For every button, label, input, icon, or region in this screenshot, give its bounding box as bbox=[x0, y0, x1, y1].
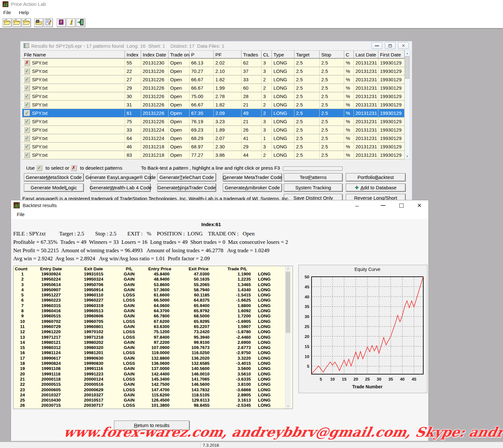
results-restore-button[interactable] bbox=[385, 42, 395, 49]
trade-cell: LONG bbox=[255, 403, 288, 408]
toolbar-folder-report-button[interactable] bbox=[34, 18, 43, 27]
backtest-minimize-button[interactable] bbox=[376, 202, 390, 209]
check-icon[interactable]: ✓ bbox=[24, 68, 30, 74]
generate-metastock-code-button[interactable]: Generate MetaStock Code bbox=[24, 173, 84, 181]
trade-row[interactable]: 71996031519960319GAIN64.060065.94001.880… bbox=[14, 303, 293, 308]
trade-row[interactable]: 141998012119980202GAIN97.220099.91002.69… bbox=[14, 340, 293, 345]
scroll-up-icon[interactable]: ▲ bbox=[405, 51, 410, 56]
table-row[interactable]: ✓SPY.txt2220131226Open70.272.10373LONG2.… bbox=[22, 67, 410, 75]
results-close-button[interactable]: ✕ bbox=[398, 42, 409, 49]
trade-row[interactable]: 201999111819991223GAIN142.4400146.00103.… bbox=[14, 372, 293, 377]
table-row[interactable]: ✓SPY.txt4620131218Open68.972.30293LONG2.… bbox=[22, 143, 410, 151]
trade-row[interactable]: 212000011820000124LOSS145.3400141.7065-3… bbox=[14, 377, 293, 382]
table-row[interactable]: ✓SPY.txt3320131224Open69.231.89263LONG2.… bbox=[22, 126, 410, 134]
trades-list-scrollbar[interactable]: ∧ ∨ bbox=[285, 266, 291, 409]
trade-cell: 16 bbox=[14, 350, 31, 355]
table-row[interactable]: ✓SPY.txt3020131226Open75.002.78283LONG2.… bbox=[22, 92, 410, 101]
trade-cell: 65.9792 bbox=[178, 308, 219, 314]
patterns-table-scrollbar[interactable]: ▲ ▼ bbox=[405, 50, 410, 159]
generate-metatrader-code-button[interactable]: Generate MetaTrader Code bbox=[223, 173, 282, 181]
backtest-maximize-button[interactable] bbox=[394, 202, 408, 209]
table-row[interactable]: ✓SPY.txt2920131226Open66.671.99602LONG2.… bbox=[22, 84, 410, 92]
check-icon[interactable]: ✓ bbox=[24, 93, 30, 99]
check-icon[interactable]: ✓ bbox=[24, 127, 30, 133]
check-icon[interactable]: ✓ bbox=[24, 85, 30, 91]
trades-list[interactable]: CountEntry DateExit DateP/LEntry PriceEx… bbox=[13, 266, 293, 409]
trade-row[interactable]: 171999061719990630GAIN132.8800136.20203.… bbox=[14, 356, 293, 361]
trade-row[interactable]: 31995061419950706GAIN53.860055.20651.346… bbox=[14, 282, 293, 287]
scrollbar-thumb[interactable] bbox=[286, 272, 290, 333]
trade-row[interactable]: 181999082419990830LOSS136.0600132.6585-3… bbox=[14, 361, 293, 366]
trade-row[interactable]: 121996122019970102LOSS75.120073.2420-1.8… bbox=[14, 329, 293, 334]
trade-row[interactable]: 51995122719960110LOSS61.660060.1185-1.54… bbox=[14, 293, 293, 298]
toolbar-edit-note-button[interactable] bbox=[44, 18, 53, 27]
portfolio-backtest-button[interactable]: Portfolio Backtest bbox=[346, 173, 405, 181]
generate-amibroker-code-button[interactable]: Generate Amibroker Code bbox=[223, 184, 282, 192]
add-to-database-button[interactable]: ✚Add to Database bbox=[346, 184, 405, 192]
check-icon[interactable]: ✓ bbox=[24, 144, 30, 150]
backtest-menu-file[interactable]: File bbox=[11, 210, 28, 217]
toolbar-open-file-button[interactable] bbox=[22, 18, 31, 27]
trade-row[interactable]: 131997121719971218LOSS97.840095.3940-2.4… bbox=[14, 335, 293, 340]
trade-cell: 60.1185 bbox=[178, 293, 219, 298]
toolbar-info-button[interactable]: i bbox=[67, 18, 76, 27]
trade-row[interactable]: 41995090719950914GAIN57.360058.79401.434… bbox=[14, 287, 293, 293]
cell-target: 2.5 bbox=[294, 117, 320, 126]
test-patterns-button[interactable]: Test Patterns bbox=[284, 173, 343, 181]
trade-row[interactable]: 262003071520030717LOSS101.380098.8455-2.… bbox=[14, 403, 293, 408]
results-minimize-button[interactable] bbox=[372, 42, 382, 49]
cross-icon[interactable]: ✗ bbox=[24, 60, 30, 66]
check-icon[interactable]: ✓ bbox=[24, 76, 30, 83]
trade-row[interactable]: 272003080820030822GAIN103.4100106.62103.… bbox=[14, 408, 293, 409]
scroll-down-icon[interactable]: ∨ bbox=[285, 403, 291, 409]
status-bar: 7.3.2016 bbox=[0, 442, 503, 448]
toolbar-help-book-button[interactable]: ? bbox=[57, 18, 66, 27]
table-row[interactable]: ✗SPY.txt5520131230Open66.132.02623LONG2.… bbox=[22, 59, 410, 67]
trade-row[interactable]: 222000051520000516GAIN142.7500146.56003.… bbox=[14, 382, 293, 387]
cell-cl: 2 bbox=[262, 75, 272, 84]
table-row[interactable]: ✓SPY.txt8320131218Open77.273.86442LONG2.… bbox=[22, 151, 410, 159]
scroll-down-icon[interactable]: ▼ bbox=[405, 154, 410, 159]
check-icon[interactable]: ✓ bbox=[24, 152, 30, 158]
trade-row[interactable]: 111996072919960801GAIN63.630065.22071.59… bbox=[14, 324, 293, 329]
scrollbar-thumb[interactable] bbox=[405, 56, 409, 79]
generate-ninjatrader-code-button[interactable]: Generate NinjaTrader Code bbox=[157, 184, 216, 192]
check-icon[interactable]: ✓ bbox=[24, 135, 30, 141]
resize-horizontal-icon[interactable]: ↔ bbox=[350, 202, 364, 209]
trade-row[interactable]: 191999110819991116GAIN137.0000140.56003.… bbox=[14, 366, 293, 371]
trade-row[interactable]: 161998112419981201LOSS119.0000116.0250-2… bbox=[14, 350, 293, 355]
system-tracking-button[interactable]: System Tracking bbox=[284, 184, 343, 192]
table-row[interactable]: ✓SPY.txt7520131226Open76.193.23213LONG2.… bbox=[22, 117, 410, 126]
table-row[interactable]: ✓SPY.txt6120131226Open67.352.09492LONG2.… bbox=[22, 109, 410, 117]
trade-row[interactable]: 11993092419931015GAIN45.840047.03001.190… bbox=[14, 272, 293, 277]
toolbar-open-file-button[interactable] bbox=[3, 18, 12, 27]
trade-row[interactable]: 81996041619960513GAIN64.370065.97921.609… bbox=[14, 308, 293, 314]
trade-row[interactable]: 242001032720010327GAIN115.6200118.51052.… bbox=[14, 393, 293, 398]
toolbar-exit-button[interactable] bbox=[76, 18, 85, 27]
table-row[interactable]: ✓SPY.txt6420131224Open68.292.07411LONG2.… bbox=[22, 134, 410, 143]
trade-row[interactable]: 232000060520000629LOSS147.4700143.7832-3… bbox=[14, 387, 293, 393]
check-icon[interactable]: ✓ bbox=[24, 118, 30, 124]
svg-text:30: 30 bbox=[305, 314, 309, 319]
generate-model-logic-button[interactable]: Generate Model Logic bbox=[24, 184, 84, 192]
trade-row[interactable]: 61996022319960227LOSS66.500064.8375-1.66… bbox=[14, 298, 293, 303]
trade-row[interactable]: 91996051519960606GAIN66.780068.50001.720… bbox=[14, 314, 293, 319]
generate-telechart-code-button[interactable]: Generate TeleChart Code bbox=[157, 173, 216, 181]
generate-wealth-lab-4-code-button[interactable]: Generate Wealth-Lab 4 Code bbox=[91, 184, 150, 192]
check-icon[interactable]: ✓ bbox=[24, 110, 30, 116]
trade-row[interactable]: 101996070219960705LOSS67.620065.9295-1.6… bbox=[14, 319, 293, 324]
scroll-up-icon[interactable]: ∧ bbox=[285, 266, 291, 271]
backtest-titlebar[interactable]: Backtest results ↔ ✕ bbox=[11, 200, 428, 210]
table-row[interactable]: ✓SPY.txt3120131226Open66.671.82212LONG2.… bbox=[22, 101, 410, 109]
check-icon[interactable]: ✓ bbox=[24, 102, 30, 108]
menu-file[interactable]: File bbox=[0, 8, 14, 16]
table-row[interactable]: ✓SPY.txt2720131226Open66.671.82332LONG2.… bbox=[22, 75, 410, 84]
results-titlebar[interactable]: Results for SPY2p5.epr - 17 patterns fou… bbox=[20, 41, 412, 50]
toolbar-open-file-button[interactable] bbox=[12, 18, 21, 27]
trade-row[interactable]: 252001043020010517GAIN126.4500129.61133.… bbox=[14, 398, 293, 403]
generate-easylanguage-code-button[interactable]: Generate EasyLanguage® Code bbox=[91, 173, 150, 181]
menu-help[interactable]: Help bbox=[16, 8, 32, 16]
backtest-close-button[interactable]: ✕ bbox=[412, 202, 426, 209]
trade-row[interactable]: 151998031219980320GAIN107.0900109.76732.… bbox=[14, 345, 293, 350]
trade-row[interactable]: 21995022419950324GAIN48.940050.16351.223… bbox=[14, 277, 293, 282]
